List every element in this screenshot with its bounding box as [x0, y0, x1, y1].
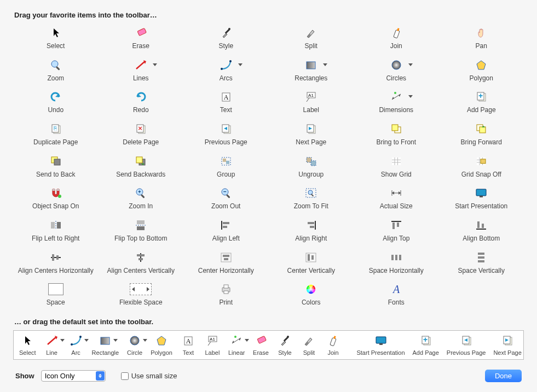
label-tool[interactable]: A1Label — [269, 89, 354, 118]
split-tool[interactable]: Split — [269, 25, 354, 54]
bring-to-front[interactable]: Bring to Front — [354, 121, 439, 150]
space-box-icon — [43, 282, 69, 296]
line-red-icon — [128, 58, 154, 72]
erase-tool[interactable]: Erase — [252, 334, 269, 357]
grid-snap-off[interactable]: Grid Snap Off — [439, 153, 524, 182]
glue-icon — [325, 334, 341, 347]
center-horizontal[interactable]: Center Horizontally — [183, 249, 269, 278]
done-button[interactable]: Done — [485, 370, 522, 382]
group[interactable]: Group — [183, 153, 269, 182]
erase-tool[interactable]: Erase — [99, 25, 184, 54]
zoom-out-icon: − — [213, 186, 239, 200]
line-tool[interactable]: Line — [44, 334, 60, 357]
svg-line-17 — [307, 98, 309, 102]
join-tool[interactable]: Join — [354, 25, 439, 54]
svg-point-111 — [130, 336, 139, 345]
text-a-box-icon: A — [213, 90, 239, 104]
line-red-icon — [44, 334, 60, 347]
polygon-tool[interactable]: Polygon — [151, 334, 172, 357]
svg-line-107 — [48, 337, 56, 344]
flip-vertical[interactable]: Flip Top to Bottom — [99, 217, 184, 246]
style-tool[interactable]: Style — [276, 334, 293, 357]
add-page[interactable]: +Add Page — [439, 89, 524, 118]
svg-text:+: + — [138, 189, 141, 195]
rect-gradient-icon — [97, 334, 113, 347]
dimensions-icon — [228, 334, 245, 347]
linear-tool[interactable]: Linear — [228, 334, 245, 357]
undo[interactable]: Undo — [13, 89, 99, 118]
circle-tool[interactable]: Circle — [126, 334, 143, 357]
svg-rect-64 — [476, 189, 486, 196]
zoom-to-fit[interactable]: Zoom To Fit — [269, 185, 354, 214]
item-label: Style — [278, 349, 291, 356]
use-small-size-checkbox[interactable] — [121, 372, 129, 380]
svg-text:A1: A1 — [308, 93, 314, 98]
label-tool[interactable]: A1Label — [204, 334, 221, 357]
ungroup[interactable]: Ungroup — [269, 153, 354, 182]
svg-rect-83 — [482, 224, 484, 228]
previous-page[interactable]: Previous Page — [447, 334, 486, 357]
svg-rect-74 — [223, 226, 227, 228]
send-backwards[interactable]: Send Backwards — [99, 153, 184, 182]
svg-rect-48 — [481, 159, 486, 163]
circles-tool[interactable]: Circles — [354, 57, 439, 86]
align-right[interactable]: Align Right — [269, 217, 354, 246]
delete-page[interactable]: ×Delete Page — [99, 121, 184, 150]
object-snap-on[interactable]: Object Snap On — [13, 185, 99, 214]
space[interactable]: Space — [13, 281, 99, 310]
align-left[interactable]: Align Left — [183, 217, 269, 246]
add-page[interactable]: +Add Page — [413, 334, 439, 357]
rectangles-tool[interactable]: Rectangles — [269, 57, 354, 86]
item-label: Split — [303, 349, 315, 356]
split-tool[interactable]: Split — [301, 334, 317, 357]
polygon-tool[interactable]: Polygon — [439, 57, 524, 86]
rectangle-tool[interactable]: Rectangle — [92, 334, 119, 357]
align-centers-horizontal[interactable]: Align Centers Horizontally — [13, 249, 99, 278]
duplicate-page[interactable]: ⎘Duplicate Page — [13, 121, 99, 150]
select-tool[interactable]: Select — [13, 25, 99, 54]
join-tool[interactable]: Join — [325, 334, 341, 357]
show-grid[interactable]: Show Grid — [354, 153, 439, 182]
dimensions-tool[interactable]: Dimensions — [354, 89, 439, 118]
text-tool[interactable]: AText — [183, 89, 269, 118]
show-mode-select[interactable]: Icon Only — [41, 370, 106, 382]
fonts[interactable]: AFonts — [354, 281, 439, 310]
color-wheel-icon — [298, 282, 324, 296]
zoom-tool[interactable]: Zoom — [13, 57, 99, 86]
svg-rect-120 — [257, 336, 266, 343]
next-page[interactable]: Next Page — [493, 334, 521, 357]
default-toolbar-set[interactable]: SelectLineArcRectangleCirclePolygonAText… — [13, 330, 524, 360]
item-label: Polygon — [151, 349, 172, 356]
previous-page[interactable]: Previous Page — [183, 121, 269, 150]
select-tool[interactable]: Select — [19, 334, 36, 357]
item-label: Duplicate Page — [33, 138, 78, 146]
text-tool[interactable]: AText — [180, 334, 197, 357]
space-horizontal[interactable]: Space Horizontally — [354, 249, 439, 278]
colors[interactable]: Colors — [269, 281, 354, 310]
start-presentation[interactable]: Start Presentation — [439, 185, 524, 214]
center-v-icon — [298, 250, 324, 265]
zoom-out[interactable]: −Zoom Out — [183, 185, 269, 214]
center-vertical[interactable]: Center Vertically — [269, 249, 354, 278]
align-top[interactable]: Align Top — [354, 217, 439, 246]
redo[interactable]: Redo — [99, 89, 184, 118]
flip-horizontal[interactable]: Flip Left to Right — [13, 217, 99, 246]
align-centers-vertical[interactable]: Align Centers Vertically — [99, 249, 184, 278]
print[interactable]: Print — [183, 281, 269, 310]
arcs-tool[interactable]: Arcs — [183, 57, 269, 86]
arc-blue-icon — [68, 334, 84, 347]
bring-forward[interactable]: Bring Forward — [439, 121, 524, 150]
space-vertical[interactable]: Space Vertically — [439, 249, 524, 278]
actual-size[interactable]: Actual Size — [354, 185, 439, 214]
arc-tool[interactable]: Arc — [68, 334, 84, 357]
style-tool[interactable]: Style — [183, 25, 269, 54]
lines-tool[interactable]: Lines — [99, 57, 184, 86]
align-bottom[interactable]: Align Bottom — [439, 217, 524, 246]
start-presentation[interactable]: Start Presentation — [356, 334, 405, 357]
flexible-space[interactable]: Flexible Space — [99, 281, 184, 310]
pan-tool[interactable]: Pan — [439, 25, 524, 54]
send-to-back[interactable]: Send to Back — [13, 153, 99, 182]
zoom-in[interactable]: +Zoom In — [99, 185, 184, 214]
svg-rect-10 — [307, 62, 315, 69]
next-page[interactable]: Next Page — [269, 121, 354, 150]
